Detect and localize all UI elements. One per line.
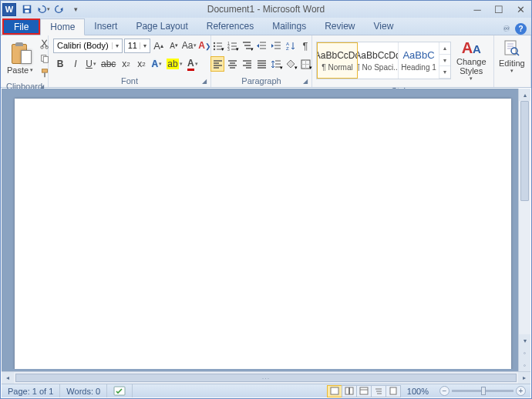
align-right-icon[interactable] [240,56,254,72]
bullets-icon[interactable]: ▾ [210,38,224,53]
status-proofing-icon[interactable] [107,384,133,397]
style-heading-1[interactable]: AaBbC Heading 1 [399,42,439,79]
svg-rect-6 [43,56,48,62]
prev-page-icon[interactable]: ◦ [519,347,530,359]
status-words[interactable]: Words: 0 [60,384,107,397]
zoom-thumb[interactable] [481,387,486,395]
gallery-up-icon[interactable]: ▴ [439,42,450,55]
paragraph-launcher-icon[interactable]: ◢ [301,78,309,86]
quick-access-toolbar: ▾ ▾ [20,2,82,16]
zoom-slider: − + [435,386,530,396]
svg-rect-24 [360,387,368,394]
change-case-icon[interactable]: Aa▾ [183,38,197,53]
maximize-button[interactable]: ☐ [488,2,510,17]
superscript-icon[interactable]: x2 [134,56,148,72]
help-icon[interactable]: ? [515,23,527,35]
view-outline-icon[interactable] [371,385,386,397]
vertical-scroll-thumb[interactable] [520,101,529,201]
zoom-in-icon[interactable]: + [516,386,526,396]
svg-text:3: 3 [227,47,230,52]
tab-references[interactable]: References [197,18,263,35]
style-no-spacing[interactable]: AaBbCcDd ¶ No Spaci... [358,42,399,79]
scroll-right-icon[interactable]: ▸ [518,372,530,384]
strikethrough-icon[interactable]: abc [99,56,117,72]
view-full-screen-icon[interactable] [342,385,357,397]
tab-home[interactable]: Home [40,18,85,35]
numbering-icon[interactable]: 123▾ [225,38,239,53]
editing-menu-button[interactable]: Editing ▾ [499,39,525,74]
zoom-out-icon[interactable]: − [439,386,450,396]
tab-insert[interactable]: Insert [85,18,126,35]
tab-view[interactable]: View [365,18,403,35]
font-size-combo[interactable]: 11▾ [124,39,150,53]
shading-icon[interactable]: ▾ [284,56,298,72]
justify-icon[interactable] [254,56,268,72]
scroll-left-icon[interactable]: ◂ [2,372,14,384]
font-color-icon[interactable]: A▾ [186,56,200,72]
group-font: Calibri (Body)▾ 11▾ A▴ A▾ Aa▾ A❯ B I U▾ … [49,35,211,87]
document-page[interactable] [15,99,511,369]
grow-font-icon[interactable]: A▴ [152,38,166,53]
sort-icon[interactable]: AZ [284,38,298,53]
borders-icon[interactable]: ▾ [298,56,312,72]
zoom-track[interactable] [452,390,513,392]
window-title: Document1 - Microsoft Word [207,4,325,15]
zoom-level[interactable]: 100% [401,387,435,396]
line-spacing-icon[interactable]: ▾ [269,56,283,72]
title-bar: W ▾ ▾ Document1 - Microsoft Word ─ ☐ ✕ [1,1,531,18]
close-button[interactable]: ✕ [510,2,531,17]
subscript-icon[interactable]: x2 [119,56,133,72]
undo-icon[interactable]: ▾ [36,2,50,16]
gallery-more-icon[interactable]: ▾ [439,66,450,79]
shrink-font-icon[interactable]: A▾ [167,38,181,53]
view-draft-icon[interactable] [386,385,401,397]
window-controls: ─ ☐ ✕ [466,2,531,17]
status-page[interactable]: Page: 1 of 1 [2,384,60,397]
highlight-icon[interactable]: ab▾ [165,56,184,72]
change-styles-icon: AA [462,39,481,57]
bold-icon[interactable]: B [53,56,67,72]
svg-rect-2 [25,10,29,13]
align-left-icon[interactable] [210,56,224,72]
font-launcher-icon[interactable]: ◢ [200,78,208,86]
font-name-combo[interactable]: Calibri (Body)▾ [53,39,123,53]
status-bar: Page: 1 of 1 Words: 0 100% − + [2,384,530,397]
change-styles-button[interactable]: AA Change Styles ▾ [454,38,489,83]
view-web-layout-icon[interactable] [356,385,372,397]
minimize-button[interactable]: ─ [466,2,488,17]
group-clipboard: Paste▾ Clipboard◢ [1,35,49,87]
scroll-up-icon[interactable]: ▴ [519,89,530,101]
minimize-ribbon-icon[interactable]: ♾ [503,24,510,34]
group-label-paragraph: Paragraph [241,76,281,86]
tab-file[interactable]: File [2,18,40,35]
underline-icon[interactable]: U▾ [84,56,98,72]
align-center-icon[interactable] [225,56,239,72]
svg-text:Z: Z [286,46,289,51]
paste-button[interactable]: Paste▾ [5,41,35,76]
svg-point-11 [213,48,214,49]
document-area: ▴ ▾ ◦ ◦ [2,89,530,371]
show-marks-icon[interactable]: ¶ [298,38,312,53]
word-app-icon: W [2,3,16,16]
style-normal[interactable]: AaBbCcDd ¶ Normal [317,42,358,79]
tab-page-layout[interactable]: Page Layout [126,18,197,35]
qat-customize-icon[interactable]: ▾ [69,2,82,16]
view-print-layout-icon[interactable] [327,385,342,397]
paste-icon [10,42,30,65]
increase-indent-icon[interactable] [269,38,283,53]
redo-icon[interactable] [52,2,66,16]
find-icon [502,39,522,59]
tab-mailings[interactable]: Mailings [263,18,315,35]
clear-formatting-icon[interactable]: A❯ [198,38,212,53]
style-gallery: AaBbCcDd ¶ Normal AaBbCcDd ¶ No Spaci...… [316,42,451,79]
save-icon[interactable] [20,2,34,16]
text-effects-icon[interactable]: A▾ [150,56,163,72]
next-page-icon[interactable]: ◦ [519,359,530,371]
svg-rect-21 [331,387,338,394]
multilevel-list-icon[interactable]: ▾ [240,38,254,53]
gallery-down-icon[interactable]: ▾ [439,55,450,67]
tab-review[interactable]: Review [315,18,364,35]
italic-icon[interactable]: I [69,56,82,72]
decrease-indent-icon[interactable] [254,38,268,53]
scroll-down-icon[interactable]: ▾ [519,334,530,347]
